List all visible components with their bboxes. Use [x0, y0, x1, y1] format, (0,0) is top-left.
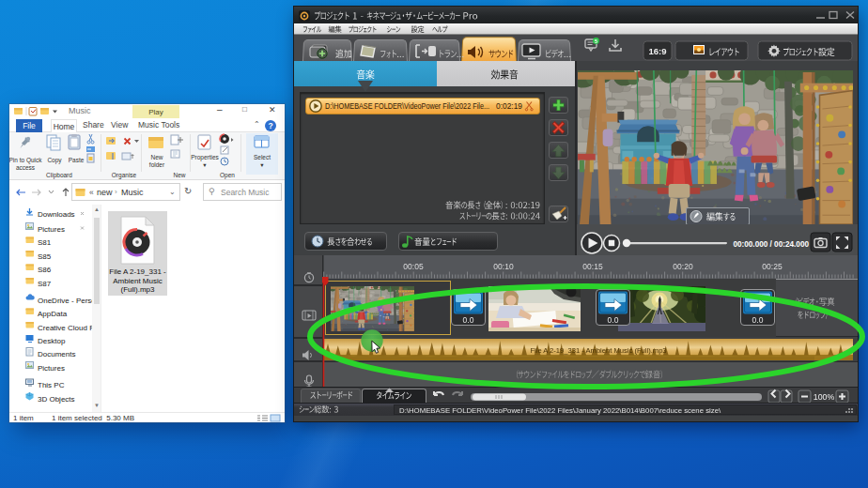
svg-text:Creative Cloud F: Creative Cloud F — [38, 324, 94, 332]
svg-text:Pictures: Pictures — [38, 225, 65, 234]
svg-text:0.0: 0.0 — [752, 315, 764, 325]
svg-text:OneDrive - Person: OneDrive - Person — [38, 297, 99, 305]
svg-text:D:\HOMEBASE FOLDER\VideoPower: D:\HOMEBASE FOLDER\VideoPower File\2022 … — [325, 101, 489, 111]
svg-text:5: 5 — [595, 38, 597, 44]
svg-text:0:02:19: 0:02:19 — [496, 101, 522, 111]
svg-text:S81: S81 — [38, 238, 52, 247]
svg-text:16:9: 16:9 — [648, 46, 666, 56]
svg-text:Copy: Copy — [47, 157, 62, 164]
svg-text:Select: Select — [254, 154, 271, 160]
svg-text:Clipboard: Clipboard — [46, 172, 72, 179]
svg-text:New: New — [150, 154, 163, 160]
svg-text:100%: 100% — [814, 392, 835, 402]
svg-text:▾: ▾ — [203, 161, 207, 168]
svg-text:S87: S87 — [38, 280, 52, 288]
svg-text:access: access — [16, 164, 36, 171]
svg-text:D:\HOMEBASE FOLDER\VideoPower: D:\HOMEBASE FOLDER\VideoPower File\2022 … — [399, 406, 721, 415]
svg-text:S86: S86 — [38, 266, 52, 274]
svg-text:0.0: 0.0 — [463, 315, 474, 325]
svg-text:3D Objects: 3D Objects — [38, 395, 75, 404]
svg-text:Documents: Documents — [38, 350, 75, 358]
svg-text:S85: S85 — [38, 252, 52, 261]
svg-text:folder: folder — [149, 161, 165, 168]
svg-text:Pin to Quick: Pin to Quick — [9, 157, 42, 164]
svg-text:0.0: 0.0 — [608, 315, 619, 325]
svg-text:Open: Open — [220, 172, 235, 179]
svg-text:00:0500:1000:1500:2000:25: 00:0500:1000:1500:2000:25 — [403, 262, 783, 271]
svg-text:Desktop: Desktop — [38, 337, 66, 345]
svg-text:New: New — [173, 172, 185, 178]
svg-text:This PC: This PC — [38, 381, 65, 389]
svg-text:Properties: Properties — [191, 154, 219, 161]
svg-text:00:00.000 / 00:24.000: 00:00.000 / 00:24.000 — [733, 240, 809, 249]
svg-text:Paste: Paste — [69, 157, 85, 163]
svg-text:AppData: AppData — [38, 310, 68, 318]
svg-text:Pictures: Pictures — [38, 364, 65, 373]
svg-text:File A 2-19_331 - Ambient Musi: File A 2-19_331 - Ambient Music (Full).m… — [530, 346, 666, 355]
svg-text:Downloads: Downloads — [38, 210, 75, 219]
svg-text:Organise: Organise — [112, 172, 137, 179]
